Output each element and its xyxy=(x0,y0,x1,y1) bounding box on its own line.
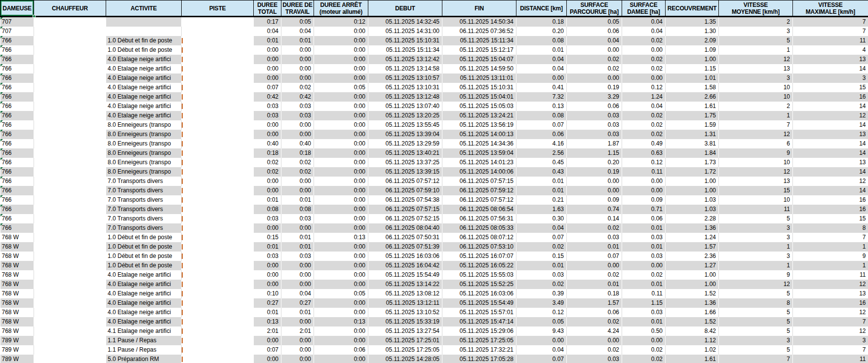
cell-chauffeur[interactable] xyxy=(34,45,106,55)
cell-duree_total[interactable]: 0:00 xyxy=(254,45,281,55)
cell-fin[interactable]: 05.11.2025 15:05:03 xyxy=(442,102,516,111)
cell-activite[interactable]: 8.0 Enneigeurs (transpo xyxy=(106,139,182,148)
cell-piste[interactable] xyxy=(182,223,254,233)
cell-distance_km[interactable]: 0.02 xyxy=(516,242,567,252)
cell-vitesse_maximale[interactable]: 12 xyxy=(793,280,868,289)
cell-duree_total[interactable]: 2:01 xyxy=(254,327,281,336)
cell-vitesse_maximale[interactable]: 14 xyxy=(793,120,868,130)
cell-surface_damee[interactable]: 0.03 xyxy=(622,233,666,242)
cell-piste[interactable] xyxy=(182,111,254,120)
cell-dameuse[interactable]: 766 xyxy=(0,36,34,45)
cell-vitesse_maximale[interactable]: 14 xyxy=(793,102,868,111)
cell-chauffeur[interactable] xyxy=(34,252,106,261)
cell-surface_parcourue[interactable]: 0.02 xyxy=(567,223,622,233)
cell-distance_km[interactable]: 0.03 xyxy=(516,270,567,280)
cell-debut[interactable]: 05.11.2025 16:04:42 xyxy=(368,261,442,270)
cell-distance_km[interactable]: 0.07 xyxy=(516,120,567,130)
cell-dameuse[interactable]: 766 xyxy=(0,83,34,92)
cell-fin[interactable]: 05.11.2025 14:01:23 xyxy=(442,158,516,167)
cell-debut[interactable]: 05.11.2025 13:14:58 xyxy=(368,64,442,73)
cell-activite[interactable]: 8.0 Enneigeurs (transpo xyxy=(106,120,182,130)
col-header-distance_km[interactable]: DISTANCE [km] xyxy=(516,0,567,17)
cell-debut[interactable]: 05.11.2025 15:54:49 xyxy=(368,270,442,280)
cell-dameuse[interactable]: 766 xyxy=(0,64,34,73)
cell-piste[interactable] xyxy=(182,27,254,36)
cell-surface_damee[interactable]: 0.02 xyxy=(622,345,666,355)
cell-duree_de_travail[interactable]: 0:00 xyxy=(281,345,314,355)
cell-chauffeur[interactable] xyxy=(34,308,106,317)
cell-activite[interactable]: 4.0 Etalage neige artifici xyxy=(106,280,182,289)
cell-duree_de_travail[interactable]: 0:42 xyxy=(281,92,314,102)
cell-duree_total[interactable]: 0:13 xyxy=(254,317,281,327)
cell-duree_de_travail[interactable]: 0:08 xyxy=(281,205,314,214)
cell-vitesse_moyenne[interactable]: 12 xyxy=(719,280,793,289)
cell-surface_damee[interactable]: 0.71 xyxy=(622,205,666,214)
cell-activite[interactable]: 7.0 Transports divers xyxy=(106,223,182,233)
cell-piste[interactable] xyxy=(182,195,254,205)
cell-vitesse_moyenne[interactable]: 5 xyxy=(719,327,793,336)
cell-surface_parcourue[interactable]: 0.02 xyxy=(567,317,622,327)
cell-vitesse_moyenne[interactable]: 11 xyxy=(719,205,793,214)
cell-vitesse_moyenne[interactable]: 2 xyxy=(719,102,793,111)
cell-piste[interactable] xyxy=(182,345,254,355)
cell-duree_arret[interactable]: 0:00 xyxy=(314,27,368,36)
cell-surface_damee[interactable]: 0.04 xyxy=(622,17,666,27)
cell-activite[interactable]: 7.0 Transports divers xyxy=(106,205,182,214)
cell-chauffeur[interactable] xyxy=(34,355,106,363)
cell-piste[interactable] xyxy=(182,327,254,336)
cell-debut[interactable]: 06.11.2025 07:51:39 xyxy=(368,242,442,252)
cell-duree_total[interactable]: 0:00 xyxy=(254,261,281,270)
cell-fin[interactable]: 05.11.2025 15:12:17 xyxy=(442,45,516,55)
cell-vitesse_maximale[interactable]: 11 xyxy=(793,270,868,280)
cell-surface_parcourue[interactable]: 0.18 xyxy=(567,289,622,298)
cell-duree_total[interactable]: 0:00 xyxy=(254,280,281,289)
col-header-debut[interactable]: DEBUT xyxy=(368,0,442,17)
cell-duree_total[interactable]: 0:03 xyxy=(254,102,281,111)
cell-duree_de_travail[interactable]: 0:05 xyxy=(281,17,314,27)
cell-duree_total[interactable]: 0:01 xyxy=(254,195,281,205)
cell-dameuse[interactable]: 768 W xyxy=(0,308,34,317)
cell-duree_arret[interactable]: 0:00 xyxy=(314,45,368,55)
cell-vitesse_moyenne[interactable]: 8 xyxy=(719,298,793,308)
cell-duree_total[interactable]: 0:03 xyxy=(254,111,281,120)
cell-activite[interactable]: 4.0 Etalage neige artifici xyxy=(106,270,182,280)
cell-chauffeur[interactable] xyxy=(34,73,106,83)
col-header-surface_parcourue[interactable]: SURFACEPARCOURUE [ha] xyxy=(567,0,622,17)
cell-duree_arret[interactable]: 0:00 xyxy=(314,195,368,205)
cell-duree_de_travail[interactable]: 0:01 xyxy=(281,242,314,252)
cell-recouvrement[interactable]: 1.52 xyxy=(666,289,719,298)
cell-vitesse_moyenne[interactable]: 9 xyxy=(719,270,793,280)
cell-piste[interactable] xyxy=(182,289,254,298)
cell-surface_parcourue[interactable]: 0.04 xyxy=(567,36,622,45)
cell-fin[interactable]: 05.11.2025 13:24:21 xyxy=(442,111,516,120)
cell-distance_km[interactable]: 0.07 xyxy=(516,355,567,363)
cell-vitesse_moyenne[interactable]: 5 xyxy=(719,289,793,298)
cell-vitesse_moyenne[interactable]: 10 xyxy=(719,195,793,205)
col-header-surface_damee[interactable]: SURFACEDAMEE [ha] xyxy=(622,0,666,17)
cell-duree_arret[interactable]: 0:00 xyxy=(314,242,368,252)
cell-surface_parcourue[interactable]: 0.02 xyxy=(567,270,622,280)
cell-duree_de_travail[interactable]: 0:03 xyxy=(281,111,314,120)
cell-surface_parcourue[interactable]: 0.01 xyxy=(567,242,622,252)
col-header-piste[interactable]: PISTE xyxy=(182,0,254,17)
cell-duree_de_travail[interactable]: 2:01 xyxy=(281,327,314,336)
cell-dameuse[interactable]: 766 xyxy=(0,195,34,205)
cell-activite[interactable]: 4.0 Etalage neige artifici xyxy=(106,289,182,298)
col-header-vitesse_moyenne[interactable]: VITESSEMOYENNE [km/h] xyxy=(719,0,793,17)
cell-duree_de_travail[interactable]: 0:00 xyxy=(281,336,314,345)
cell-duree_arret[interactable]: 0:00 xyxy=(314,167,368,177)
cell-surface_damee[interactable]: 0.02 xyxy=(622,111,666,120)
cell-recouvrement[interactable]: 1.36 xyxy=(666,223,719,233)
cell-vitesse_maximale[interactable]: 9 xyxy=(793,252,868,261)
cell-duree_total[interactable]: 0:00 xyxy=(254,130,281,139)
cell-duree_total[interactable]: 0:00 xyxy=(254,355,281,363)
cell-activite[interactable]: 4.0 Etalage neige artifici xyxy=(106,83,182,92)
cell-chauffeur[interactable] xyxy=(34,261,106,270)
cell-vitesse_maximale[interactable]: 11 xyxy=(793,355,868,363)
cell-surface_damee[interactable]: 1.15 xyxy=(622,298,666,308)
cell-surface_parcourue[interactable]: 0.03 xyxy=(567,120,622,130)
cell-duree_de_travail[interactable]: 0:03 xyxy=(281,102,314,111)
cell-duree_de_travail[interactable]: 0:03 xyxy=(281,214,314,223)
cell-chauffeur[interactable] xyxy=(34,186,106,195)
cell-distance_km[interactable]: 0.13 xyxy=(516,102,567,111)
